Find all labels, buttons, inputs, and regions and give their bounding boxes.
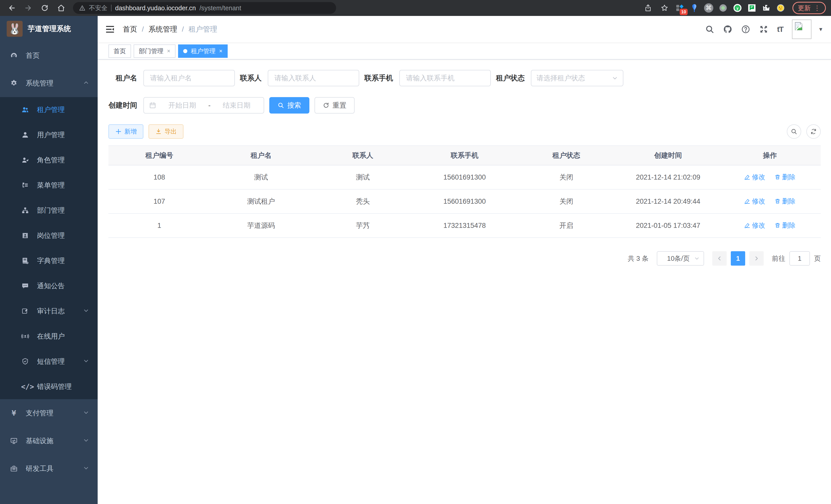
url-path: /system/tenant — [199, 4, 241, 12]
browser-menu-icon[interactable]: ⋮ — [814, 4, 821, 12]
github-icon[interactable] — [723, 25, 732, 34]
edit-icon — [744, 198, 750, 204]
sidebar-item-menu[interactable]: 菜单管理 — [0, 173, 98, 198]
delete-link[interactable]: 删除 — [774, 197, 796, 206]
tab-dept[interactable]: 部门管理 × — [134, 45, 175, 58]
next-page-button[interactable] — [749, 251, 764, 266]
reset-button[interactable]: 重置 — [315, 97, 354, 114]
cell-status: 开启 — [515, 213, 617, 238]
sidebar-item-infra[interactable]: 基础设施 — [0, 427, 98, 455]
cell-id: 107 — [109, 189, 210, 213]
sidebar-item-pay[interactable]: ¥ 支付管理 — [0, 399, 98, 427]
tab-label: 首页 — [114, 47, 126, 55]
browser-back-icon[interactable] — [5, 1, 19, 14]
tab-home[interactable]: 首页 — [109, 45, 131, 58]
sidebar-collapse-icon[interactable] — [105, 24, 115, 34]
tab-tenant[interactable]: 租户管理 × — [178, 45, 228, 58]
chevron-down-icon — [83, 307, 89, 315]
edit-link[interactable]: 修改 — [744, 173, 765, 182]
refresh-icon — [810, 128, 817, 135]
dashboard-icon — [10, 51, 18, 60]
sidebar-item-role[interactable]: 角色管理 — [0, 147, 98, 173]
edit-link-label: 修改 — [752, 173, 765, 182]
breadcrumb-system[interactable]: 系统管理 — [148, 24, 177, 34]
extension-emoji-icon[interactable] — [775, 2, 786, 13]
sidebar-item-sms[interactable]: 短信管理 — [0, 349, 98, 374]
sidebar-item-system[interactable]: 系统管理 — [0, 69, 98, 97]
fullscreen-icon[interactable] — [759, 25, 768, 34]
sidebar-item-home[interactable]: 首页 — [0, 41, 98, 69]
sidebar-item-devtools[interactable]: 研发工具 — [0, 455, 98, 482]
status-select[interactable]: 请选择租户状态 — [531, 70, 623, 86]
sidebar-item-error-code[interactable]: </> 错误码管理 — [0, 374, 98, 399]
filter-status-label: 租户状态 — [496, 73, 531, 83]
close-icon[interactable]: × — [219, 48, 223, 55]
font-size-icon[interactable]: tT — [777, 25, 783, 34]
header-search-icon[interactable] — [705, 25, 714, 34]
sidebar-item-dept[interactable]: 部门管理 — [0, 198, 98, 223]
delete-link-label: 删除 — [782, 173, 796, 182]
download-icon — [155, 128, 162, 135]
app-logo-row[interactable]: 🐰 芋道管理系统 — [0, 16, 98, 41]
refresh-table-button[interactable] — [806, 124, 821, 139]
contact-input[interactable] — [268, 70, 359, 86]
chevron-down-icon — [83, 358, 89, 365]
extension-yuque-icon[interactable]: y — [732, 2, 743, 13]
chrome-update-button[interactable]: 更新 ⋮ — [793, 2, 826, 14]
cell-created: 2021-12-14 21:02:09 — [617, 165, 719, 189]
filter-contact-label: 联系人 — [240, 73, 268, 83]
extension-puzzle-icon[interactable] — [761, 2, 772, 13]
cmd-glyph: ⌘ — [706, 4, 712, 11]
avatar-caret-icon[interactable]: ▼ — [818, 26, 823, 32]
sidebar-item-user[interactable]: 用户管理 — [0, 122, 98, 147]
extension-cmd-icon[interactable]: ⌘ — [703, 2, 714, 13]
cell-name: 芋道源码 — [210, 213, 312, 238]
extension-dot-icon[interactable] — [717, 2, 729, 13]
sidebar-item-online-users[interactable]: 在线用户 — [0, 324, 98, 349]
browser-home-icon[interactable] — [55, 1, 68, 14]
delete-link[interactable]: 删除 — [774, 221, 796, 230]
sidebar-item-label: 字典管理 — [37, 256, 65, 265]
edit-link[interactable]: 修改 — [744, 221, 765, 230]
share-icon[interactable] — [641, 1, 655, 14]
sidebar-item-post[interactable]: 岗位管理 — [0, 223, 98, 248]
page-number-1[interactable]: 1 — [731, 251, 745, 266]
chevron-right-icon — [754, 256, 759, 261]
sidebar-item-tenant[interactable]: 租户管理 — [0, 97, 98, 122]
page-size-select[interactable]: 10条/页 — [657, 251, 704, 266]
bookmark-star-icon[interactable] — [658, 1, 671, 14]
help-icon[interactable] — [741, 25, 750, 34]
col-tenant-id: 租户编号 — [109, 146, 210, 165]
goto-page-input[interactable] — [790, 251, 810, 266]
not-secure-label: 不安全 — [89, 4, 107, 12]
delete-link[interactable]: 删除 — [774, 173, 796, 182]
browser-reload-icon[interactable] — [38, 1, 51, 14]
avatar[interactable] — [792, 20, 811, 39]
create-time-range-picker[interactable]: 开始日期 - 结束日期 — [143, 97, 264, 114]
tenant-name-input[interactable] — [143, 70, 235, 86]
tenant-table: 租户编号 租户名 联系人 联系手机 租户状态 创建时间 操作 108 测试 — [109, 145, 821, 238]
sidebar-item-label: 基础设施 — [26, 436, 53, 445]
trash-icon — [774, 174, 781, 180]
mobile-input[interactable] — [399, 70, 491, 86]
search-button[interactable]: 搜索 — [269, 97, 309, 114]
sidebar-item-notice[interactable]: 通知公告 — [0, 273, 98, 298]
extension-chat-icon[interactable] — [746, 2, 757, 13]
sidebar-item-label: 研发工具 — [26, 464, 53, 473]
sidebar-item-audit-log[interactable]: 审计日志 — [0, 298, 98, 324]
extension-proxy-icon[interactable]: 10 — [674, 2, 686, 13]
edit-link[interactable]: 修改 — [744, 197, 765, 206]
browser-forward-icon[interactable] — [22, 1, 35, 14]
breadcrumb-home[interactable]: 首页 — [123, 24, 137, 34]
chevron-down-icon — [83, 409, 89, 417]
close-icon[interactable]: × — [167, 48, 170, 55]
show-search-toggle-button[interactable] — [787, 124, 801, 139]
sidebar-item-dict[interactable]: 字典管理 — [0, 248, 98, 273]
extension-pin-icon[interactable] — [689, 2, 700, 13]
reset-button-label: 重置 — [333, 101, 346, 110]
export-button[interactable]: 导出 — [148, 124, 183, 139]
prev-page-button[interactable] — [712, 251, 727, 266]
add-button[interactable]: 新增 — [109, 124, 143, 139]
filter-tenant-name-label: 租户名 — [109, 73, 143, 83]
address-bar[interactable]: 不安全 dashboard.yudao.iocoder.cn/system/te… — [73, 2, 336, 14]
